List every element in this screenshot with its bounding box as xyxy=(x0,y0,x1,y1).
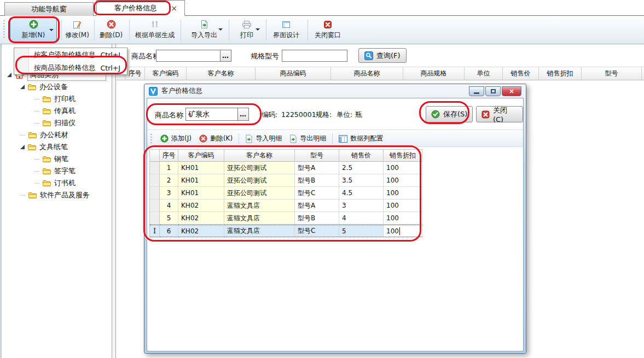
chevron-down-icon[interactable] xyxy=(49,29,54,31)
product-lookup-button[interactable]: … xyxy=(237,108,248,120)
dialog-minimize-button[interactable] xyxy=(469,86,484,96)
cell-cust-name[interactable]: 蓝猫文具店 xyxy=(224,199,295,212)
cell-cust-code[interactable]: KH02 xyxy=(178,212,224,225)
tab-function-nav[interactable]: 功能导航窗 xyxy=(4,2,94,16)
tree-node-fax[interactable]: 传真机 xyxy=(3,105,111,117)
expand-collapse-icon[interactable] xyxy=(7,73,11,77)
col-header-cust-name[interactable]: 客户名称 xyxy=(224,150,295,162)
dialog-close-button[interactable]: × xyxy=(502,86,521,96)
cell-model[interactable]: 型号B xyxy=(295,212,339,225)
table-row[interactable]: 4 KH02 蓝猫文具店 型号A 3 100 xyxy=(150,199,423,212)
cell-sale-price[interactable]: 2.5 xyxy=(339,162,384,174)
import-export-button[interactable]: 导入导出 xyxy=(183,17,225,42)
tree-node-sign-pen[interactable]: 签字笔 xyxy=(3,165,111,177)
add-row-button[interactable]: 添加(J) xyxy=(156,134,195,143)
close-button[interactable]: 关闭(C) xyxy=(476,106,523,122)
table-row[interactable]: 5 KH02 蓝猫文具店 型号B 4 100 xyxy=(150,212,423,225)
cell-discount[interactable]: 100 xyxy=(384,212,422,225)
tree-node-pen[interactable]: 钢笔 xyxy=(3,153,111,165)
col-header-prod-code[interactable]: 商品编码 xyxy=(256,67,331,80)
tree-node-office-equipment[interactable]: 办公设备 xyxy=(3,81,111,93)
col-header-model[interactable]: 型号 xyxy=(295,150,339,162)
tree-node-scanner[interactable]: 扫描仪 xyxy=(3,117,111,129)
tab-close-icon[interactable]: × xyxy=(169,3,179,13)
tree-node-software[interactable]: 软件产品及服务 xyxy=(3,189,111,201)
export-detail-button[interactable]: 导出明细 xyxy=(286,134,330,143)
col-header-discount[interactable]: 销售折扣 xyxy=(384,150,422,162)
close-window-button[interactable]: 关闭窗口 xyxy=(310,17,346,42)
save-button[interactable]: 保存(S) xyxy=(426,106,473,122)
tree-node-office-supplies[interactable]: 办公耗材 xyxy=(3,129,111,141)
tab-customer-price-info[interactable]: 客户价格信息 × xyxy=(96,0,185,16)
table-row-selected[interactable]: 6 KH02 蓝猫文具店 型号C 5 100 xyxy=(150,225,423,237)
cell-cust-name[interactable]: 亚拓公司测试 xyxy=(224,187,295,199)
cell-seq[interactable]: 2 xyxy=(160,174,178,187)
cell-seq[interactable]: 4 xyxy=(160,199,178,212)
table-row[interactable]: 1 KH01 亚拓公司测试 型号A 2.5 100 xyxy=(150,162,423,174)
cell-seq[interactable]: 5 xyxy=(160,212,178,225)
table-row[interactable]: 2 KH01 亚拓公司测试 型号B 3.5 100 xyxy=(150,174,423,187)
cell-discount[interactable]: 100 xyxy=(384,199,422,212)
table-row[interactable]: 3 KH01 亚拓公司测试 型号C 4.5 100 xyxy=(150,187,423,199)
cell-model[interactable]: 型号C xyxy=(295,225,339,237)
cell-cust-code[interactable]: KH01 xyxy=(178,187,224,199)
generate-from-document-button[interactable]: 根据单据生成 xyxy=(131,17,178,42)
cell-sale-price[interactable]: 3 xyxy=(339,199,384,212)
col-header-prod-name[interactable]: 商品名称 xyxy=(331,67,403,80)
cell-model[interactable]: 型号A xyxy=(295,199,339,212)
col-header-cust-code[interactable]: 客户编码 xyxy=(145,67,187,80)
cell-seq[interactable]: 1 xyxy=(160,162,178,174)
col-header-discount[interactable]: 销售折扣 xyxy=(539,67,582,80)
cell-cust-code[interactable]: KH01 xyxy=(178,162,224,174)
cell-model[interactable]: 型号C xyxy=(295,187,339,199)
column-config-button[interactable]: 数据列配置 xyxy=(335,134,387,143)
cell-cust-name[interactable]: 亚拓公司测试 xyxy=(224,162,295,174)
col-header-unit[interactable]: 单位 xyxy=(465,67,503,80)
col-header-seq[interactable]: 序号 xyxy=(160,150,178,162)
tree-node-stationery[interactable]: 文具纸笔 xyxy=(3,141,111,153)
cell-cust-name[interactable]: 蓝猫文具店 xyxy=(224,225,295,237)
import-detail-button[interactable]: 导入明细 xyxy=(241,134,286,143)
tree-node-stapler[interactable]: 订书机 xyxy=(3,177,111,189)
cell-seq[interactable]: 6 xyxy=(160,225,178,237)
chevron-down-icon[interactable] xyxy=(218,28,223,31)
search-button[interactable]: 查询(F) xyxy=(358,48,407,63)
product-name-filter-input[interactable] xyxy=(156,50,220,61)
col-header-sale-price[interactable]: 销售价 xyxy=(503,67,539,80)
panel-splitter[interactable] xyxy=(112,44,116,358)
menu-item-add-by-customer[interactable]: 按客户添加价格信息 Ctrl+I xyxy=(14,48,127,61)
spec-model-filter-input[interactable] xyxy=(282,50,347,61)
cell-discount-editing[interactable]: 100 xyxy=(384,225,422,237)
cell-model[interactable]: 型号A xyxy=(295,162,339,174)
cell-discount[interactable]: 100 xyxy=(384,174,422,187)
cell-sale-price[interactable]: 4.5 xyxy=(339,187,384,199)
chevron-down-icon[interactable] xyxy=(256,28,260,31)
expand-collapse-icon[interactable] xyxy=(20,145,25,149)
new-button[interactable]: 新增(N) xyxy=(10,17,57,42)
dialog-title-bar[interactable]: 客户价格信息 × xyxy=(147,84,524,98)
menu-item-add-by-product[interactable]: 按商品添加价格信息 Ctrl+J xyxy=(14,61,127,74)
cell-cust-code[interactable]: KH01 xyxy=(178,174,224,187)
cell-sale-price[interactable]: 3.5 xyxy=(339,174,384,187)
delete-button[interactable]: 删除(D) xyxy=(96,17,126,42)
col-header-prod-spec[interactable]: 商品规格 xyxy=(403,67,465,80)
cell-discount[interactable]: 100 xyxy=(384,187,422,199)
tree-node-printer[interactable]: 打印机 xyxy=(3,93,111,105)
dialog-maximize-button[interactable] xyxy=(485,86,501,96)
col-header-cust-name[interactable]: 客户名称 xyxy=(187,67,256,80)
product-name-lookup-button[interactable]: … xyxy=(220,50,231,61)
print-button[interactable]: 打印 xyxy=(231,17,263,42)
expand-collapse-icon[interactable] xyxy=(20,85,25,89)
col-header-seq[interactable]: 序号 xyxy=(125,67,145,80)
cell-model[interactable]: 型号B xyxy=(295,174,339,187)
col-header-cust-code[interactable]: 客户编码 xyxy=(178,150,224,162)
modify-button[interactable]: 修改(M) xyxy=(62,17,92,42)
ui-design-button[interactable]: 界面设计 xyxy=(268,17,304,42)
col-header-sale-price[interactable]: 销售价 xyxy=(339,150,384,162)
cell-cust-code[interactable]: KH02 xyxy=(178,225,224,237)
cell-sale-price[interactable]: 4 xyxy=(339,212,384,225)
cell-cust-name[interactable]: 亚拓公司测试 xyxy=(224,174,295,187)
cell-seq[interactable]: 3 xyxy=(160,187,178,199)
col-header-model[interactable]: 型号 xyxy=(582,67,642,80)
product-name-input[interactable] xyxy=(186,108,237,120)
